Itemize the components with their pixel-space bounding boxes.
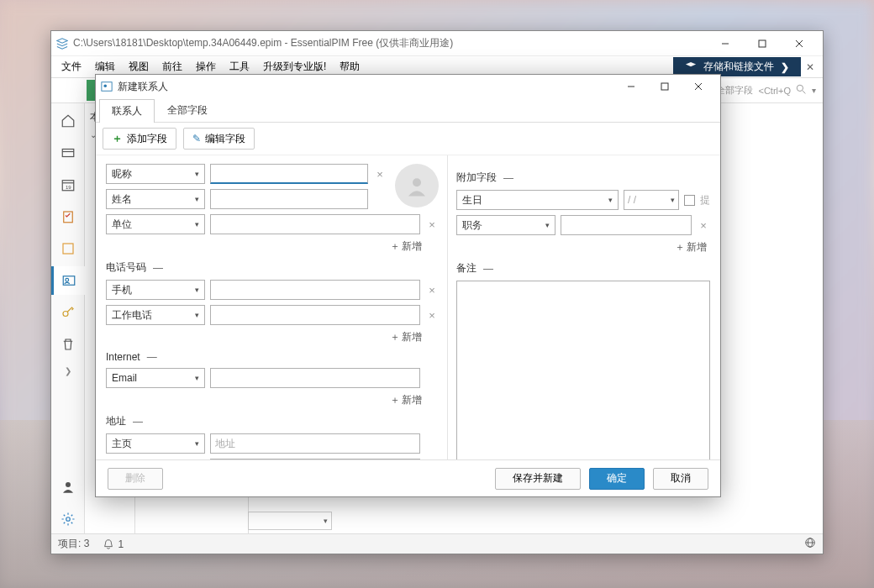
minimize-button[interactable] — [707, 32, 744, 55]
add-internet-row[interactable]: ＋新增 — [106, 393, 439, 407]
reminder-label-truncated: 提 — [700, 193, 710, 207]
svg-point-15 — [63, 312, 68, 317]
birthday-reminder-checkbox[interactable] — [684, 195, 695, 206]
internet-section-header: Internet— — [106, 351, 439, 363]
sidebar-contacts[interactable] — [51, 266, 85, 295]
sidebar-settings[interactable] — [51, 505, 85, 533]
collapse-icon[interactable]: — — [147, 351, 157, 363]
sidebar-expand[interactable]: ❯ — [51, 362, 85, 379]
store-banner-text: 存储和链接文件 — [703, 60, 774, 74]
notes-textarea[interactable] — [456, 281, 710, 459]
remove-row-button[interactable]: × — [425, 309, 439, 322]
menu-file[interactable]: 文件 — [55, 57, 88, 76]
svg-rect-21 — [102, 82, 112, 92]
statusbar: 项目: 3 1 — [51, 533, 823, 554]
dialog-left-panel: 昵称 × 姓名 × 单位 × — [96, 155, 447, 459]
collapse-icon[interactable]: — — [503, 172, 513, 184]
svg-line-5 — [803, 91, 805, 93]
address-line-input[interactable] — [210, 433, 420, 454]
extra-birthday-combo[interactable]: 生日 — [456, 190, 619, 210]
svg-point-4 — [797, 85, 803, 91]
search-scope[interactable]: 全部字段 — [716, 84, 753, 97]
banner-close-button[interactable]: ✕ — [801, 60, 819, 75]
avatar-placeholder[interactable] — [395, 164, 439, 207]
svg-rect-24 — [661, 83, 668, 90]
pencil-icon: ✎ — [192, 133, 201, 144]
sidebar-trash[interactable] — [51, 330, 85, 359]
address-type-home[interactable]: 主页 — [106, 433, 205, 454]
job-input[interactable] — [561, 215, 692, 235]
chevron-right-icon: ❯ — [781, 61, 789, 73]
chevron-down-icon[interactable]: ▾ — [812, 86, 816, 95]
sidebar-passwords[interactable] — [51, 298, 85, 327]
collapse-icon[interactable]: — — [483, 263, 493, 275]
svg-rect-6 — [62, 150, 74, 157]
internet-type-email[interactable]: Email — [106, 368, 205, 388]
sidebar-card[interactable] — [51, 139, 85, 167]
tab-all-fields[interactable]: 全部字段 — [155, 98, 220, 122]
search-shortcut: <Ctrl+Q — [758, 86, 791, 96]
sidebar-calendar[interactable]: 19 — [51, 171, 85, 199]
collapse-icon[interactable]: — — [133, 416, 143, 428]
nickname-type-combo[interactable]: 昵称 — [106, 164, 205, 184]
tab-contact[interactable]: 联系人 — [99, 99, 155, 123]
phone-mobile-input[interactable] — [210, 280, 420, 300]
svg-rect-1 — [759, 40, 766, 47]
add-phone-row[interactable]: ＋新增 — [106, 330, 439, 344]
edit-field-button[interactable]: ✎编辑字段 — [183, 128, 255, 150]
remove-row-button[interactable]: × — [425, 284, 439, 297]
filter-dropdown[interactable] — [248, 512, 332, 530]
close-button[interactable] — [781, 32, 818, 55]
dialog-right-panel: 附加字段— 生日 / / 提 职务 × ＋新增 备注— — [447, 155, 720, 459]
contact-icon — [101, 81, 113, 92]
dialog-minimize-button[interactable] — [614, 76, 648, 97]
email-input[interactable] — [210, 368, 420, 388]
dialog-toolbar: ＋添加字段 ✎编辑字段 — [96, 123, 720, 155]
remove-row-button[interactable]: × — [425, 218, 439, 231]
search-icon[interactable] — [796, 84, 807, 97]
search-area: 全部字段 <Ctrl+Q ▾ — [716, 84, 821, 97]
collapse-icon[interactable]: — — [153, 262, 163, 274]
save-and-new-button[interactable]: 保存并新建 — [495, 468, 581, 490]
dialog-tabs: 联系人 全部字段 — [96, 98, 720, 123]
maximize-button[interactable] — [744, 32, 781, 55]
sidebar-notes[interactable] — [51, 234, 85, 263]
remove-row-button[interactable]: × — [373, 168, 387, 181]
birthday-date-input[interactable]: / / — [624, 190, 679, 210]
dialog-close-button[interactable] — [682, 76, 715, 97]
status-notifications[interactable]: 1 — [103, 538, 124, 550]
phone-type-mobile[interactable]: 手机 — [106, 280, 205, 300]
plus-icon: ＋ — [112, 131, 123, 146]
svg-text:19: 19 — [66, 185, 71, 190]
cancel-button[interactable]: 取消 — [653, 468, 708, 490]
delete-button[interactable]: 删除 — [108, 468, 163, 490]
name-input[interactable] — [210, 189, 368, 209]
dialog-maximize-button[interactable] — [648, 76, 682, 97]
phone-type-work[interactable]: 工作电话 — [106, 305, 205, 325]
status-items: 项目: 3 — [58, 537, 89, 551]
remove-row-button[interactable]: × — [697, 219, 710, 232]
status-globe-icon[interactable] — [804, 537, 816, 551]
extra-job-combo[interactable]: 职务 — [456, 215, 555, 235]
add-extra-row[interactable]: ＋新增 — [456, 240, 710, 255]
svg-point-22 — [104, 84, 108, 87]
app-icon — [56, 38, 68, 50]
sidebar-tasks[interactable] — [51, 202, 85, 231]
sidebar-user[interactable] — [51, 473, 85, 501]
name-type-combo[interactable]: 姓名 — [106, 189, 205, 209]
company-type-combo[interactable]: 单位 — [106, 214, 205, 234]
add-name-row[interactable]: ＋新增 — [106, 239, 439, 254]
nickname-input[interactable] — [210, 164, 368, 184]
svg-rect-11 — [63, 212, 72, 223]
ok-button[interactable]: 确定 — [589, 468, 645, 490]
svg-point-17 — [66, 517, 70, 522]
sidebar-home[interactable] — [51, 107, 85, 135]
svg-point-27 — [413, 178, 421, 186]
sidebar: 19 ❯ — [51, 103, 85, 533]
svg-point-14 — [66, 278, 69, 281]
extra-section-header: 附加字段— — [456, 171, 710, 185]
new-contact-dialog: 新建联系人 联系人 全部字段 ＋添加字段 ✎编辑字段 昵称 × 姓名 — [95, 74, 721, 497]
company-input[interactable] — [210, 214, 420, 234]
phone-work-input[interactable] — [210, 305, 420, 325]
add-field-button[interactable]: ＋添加字段 — [103, 128, 176, 150]
